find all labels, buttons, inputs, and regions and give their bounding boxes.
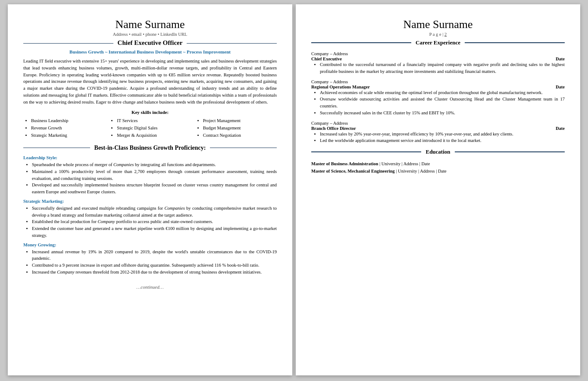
skills-grid: Business Leadership Revenue Growth Strat… (23, 117, 277, 139)
skills-list-2: IT Services Strategic Digital Sales Merg… (109, 117, 191, 139)
bullet-item: Developed and successfully implemented b… (32, 182, 277, 195)
page2-label: P a g e | 2 (311, 32, 565, 37)
exp3-title: Branch Office Director (311, 126, 356, 131)
page1-subtitle: Business Growth ~ International Business… (23, 49, 277, 54)
experience-1: Company – Address Chief Executive Date C… (311, 51, 565, 75)
divider-line-right (187, 43, 277, 44)
divider-line-left (23, 43, 113, 44)
exp2-company: Company – Address (311, 79, 565, 84)
job-title-divider: Chief Executive Officer (23, 39, 277, 47)
skills-section: Key skills include: Business Leadership … (23, 110, 277, 139)
bullet-item: Established the local production for Com… (32, 218, 277, 225)
page1-summary: Leading IT field executive with extensiv… (23, 58, 277, 105)
edu-entry-2: Master of Science, Mechanical Engineerin… (311, 168, 565, 175)
skill-item: IT Services (117, 117, 191, 125)
bullet-item: Increased the Company revenues threefold… (32, 269, 277, 276)
skill-item: Revenue Growth (31, 125, 105, 132)
experience-2: Company – Address Regional Operations Ma… (311, 79, 565, 117)
skills-col-2: IT Services Strategic Digital Sales Merg… (109, 117, 191, 139)
skill-item: Business Leadership (31, 117, 105, 125)
divider-line-right (455, 151, 565, 152)
leadership-bullets: Spearheaded the whole process of merger … (23, 161, 277, 195)
divider-line-left (311, 151, 421, 152)
career-divider: Career Experience (311, 39, 565, 46)
education-divider: Education (311, 148, 565, 155)
skill-item: Contract Negotiation (203, 132, 277, 139)
divider-line-left (23, 148, 90, 148)
pages-container: Name Surname Address • email • phone • L… (8, 4, 580, 375)
proficiency-section: Best-in-Class Business Growth Proficienc… (23, 144, 277, 152)
exp1-title-line: Chief Executive Date (311, 57, 565, 61)
money-label: Money Growing: (23, 242, 277, 247)
page2-name: Name Surname (311, 18, 565, 31)
exp3-title-line: Branch Office Director Date (311, 126, 565, 131)
leadership-label: Leadership Style: (23, 155, 277, 160)
exp3-date: Date (556, 126, 565, 131)
divider-line-right (465, 42, 565, 43)
bullet-item: Increased annual revenue by 19% in 2020 … (32, 249, 277, 262)
strategic-bullets: Successfully designed and executed multi… (23, 205, 277, 239)
bullet-item: Achieved economies of scale while ensuri… (320, 89, 565, 96)
page-number: 2 (444, 32, 447, 37)
divider-line-right (210, 148, 277, 148)
proficiency-title: Best-in-Class Business Growth Proficienc… (90, 144, 210, 152)
exp3-company: Company – Address (311, 121, 565, 126)
edu2-degree: Master of Science, Mechanical Engineerin… (311, 169, 395, 173)
page1-contact: Address • email • phone • LinkedIn URL (23, 32, 277, 37)
skills-title: Key skills include: (23, 110, 277, 115)
continued-text: …continued… (23, 284, 277, 290)
skill-item: Merger & Acquisition (117, 132, 191, 139)
bullet-item: Successfully increased sales in the CEE … (320, 110, 565, 117)
page1-name: Name Surname (23, 18, 277, 31)
bullet-item: Extended the customer base and generated… (32, 225, 277, 239)
exp1-company: Company – Address (311, 51, 565, 56)
exp3-bullets: Increased sales by 20% year-over-year, i… (311, 131, 565, 145)
exp2-title-line: Regional Operations Manager Date (311, 85, 565, 89)
skills-col-3: Project Management Budget Management Con… (195, 117, 277, 139)
exp2-date: Date (556, 85, 565, 89)
skills-col-1: Business Leadership Revenue Growth Strat… (23, 117, 105, 139)
bullet-item: Oversaw worldwide outsourcing activities… (320, 96, 565, 110)
page-2: Name Surname P a g e | 2 Career Experien… (296, 4, 580, 375)
strategic-label: Strategic Marketing: (23, 199, 277, 204)
skill-item: Project Management (203, 117, 277, 125)
bullet-item: Increased sales by 20% year-over-year, i… (320, 131, 565, 138)
skill-item: Strategic Digital Sales (117, 125, 191, 132)
exp1-bullets: Contributed to the successful turnaround… (311, 61, 565, 75)
edu1-rest: | University | Address | Date (378, 161, 430, 166)
edu2-rest: | University | Address | Date (395, 169, 447, 173)
education-title: Education (421, 148, 454, 155)
skills-list-1: Business Leadership Revenue Growth Strat… (23, 117, 105, 139)
proficiency-divider: Best-in-Class Business Growth Proficienc… (23, 144, 277, 152)
bullet-item: Contributed to a 9 percent increase in e… (32, 262, 277, 269)
bullet-item: Maintained a 100% productivity level of … (32, 168, 277, 182)
edu-entry-1: Master of Business Administration | Univ… (311, 161, 565, 168)
bullet-item: Spearheaded the whole process of merger … (32, 161, 277, 168)
job-title: Chief Executive Officer (113, 39, 187, 47)
career-section-title: Career Experience (411, 39, 465, 46)
exp2-bullets: Achieved economies of scale while ensuri… (311, 89, 565, 117)
skill-item: Strategic Marketing (31, 132, 105, 139)
exp1-title: Chief Executive (311, 57, 342, 61)
skills-list-3: Project Management Budget Management Con… (195, 117, 277, 139)
money-bullets: Increased annual revenue by 19% in 2020 … (23, 249, 277, 276)
bullet-item: Contributed to the successful turnaround… (320, 61, 565, 75)
skill-item: Budget Management (203, 125, 277, 132)
exp2-title: Regional Operations Manager (311, 85, 370, 89)
bullet-item: Led the worldwide application management… (320, 137, 565, 144)
divider-line-left (311, 42, 411, 43)
experience-3: Company – Address Branch Office Director… (311, 121, 565, 145)
bullet-item: Successfully designed and executed multi… (32, 205, 277, 219)
page-1: Name Surname Address • email • phone • L… (8, 4, 292, 375)
exp1-date: Date (556, 57, 565, 61)
edu1-degree: Master of Business Administration (311, 161, 378, 166)
